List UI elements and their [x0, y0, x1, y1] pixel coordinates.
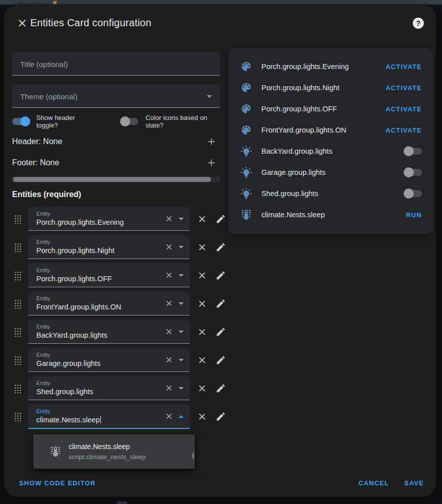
horizontal-scrollbar[interactable] — [12, 176, 220, 182]
edit-entity-pencil-icon[interactable] — [215, 298, 226, 309]
entity-toggle[interactable] — [405, 169, 422, 176]
cancel-button[interactable]: CANCEL — [358, 479, 389, 487]
drag-handle-icon[interactable] — [14, 412, 21, 421]
run-button[interactable]: RUN — [406, 211, 422, 219]
clear-value-icon[interactable] — [164, 242, 174, 251]
activate-button[interactable]: ACTIVATE — [385, 105, 422, 113]
entity-input-value: Porch.group.lights.Evening — [36, 218, 124, 226]
drag-handle-icon[interactable] — [14, 299, 21, 308]
combobox-caret-down-icon[interactable] — [179, 359, 184, 361]
entity-input-value: Shed.group.lights — [36, 388, 93, 396]
show-code-editor-button[interactable]: SHOW CODE EDITOR — [19, 479, 96, 487]
row-actions — [197, 214, 226, 224]
edit-entity-pencil-icon[interactable] — [215, 411, 226, 422]
header-row: Header: None — [12, 135, 220, 149]
edit-entity-pencil-icon[interactable] — [215, 242, 226, 253]
combobox-caret-up-icon[interactable] — [179, 415, 184, 418]
clear-value-icon[interactable] — [164, 327, 174, 336]
card-preview: Porch.group.lights.Evening ACTIVATE Porc… — [228, 48, 434, 234]
combobox-caret-down-icon[interactable] — [179, 331, 184, 333]
entity-input-trailing — [164, 235, 184, 259]
add-header-icon[interactable] — [206, 136, 217, 147]
entity-input[interactable]: Entity FrontYard.group.lights.ON — [28, 292, 190, 316]
combobox-caret-down-icon[interactable] — [179, 246, 184, 248]
combobox-caret-down-icon[interactable] — [179, 218, 184, 220]
activate-button[interactable]: ACTIVATE — [385, 63, 422, 71]
entity-input-value: BackYard.group.lights — [36, 331, 107, 339]
row-actions — [197, 242, 226, 253]
edit-entity-pencil-icon[interactable] — [215, 355, 226, 365]
theme-select[interactable]: Theme (optional) — [12, 85, 220, 108]
save-button[interactable]: SAVE — [404, 479, 424, 487]
clear-value-icon[interactable] — [164, 299, 174, 308]
activate-button[interactable]: ACTIVATE — [385, 84, 422, 92]
drag-handle-icon[interactable] — [14, 271, 21, 280]
combobox-caret-down-icon[interactable] — [179, 302, 184, 305]
clear-value-icon[interactable] — [164, 412, 174, 421]
remove-entity-icon[interactable] — [197, 214, 207, 224]
combobox-caret-down-icon[interactable] — [179, 274, 184, 277]
entity-input[interactable]: Entity Porch.group.lights.Night — [28, 235, 190, 259]
edit-entity-pencil-icon[interactable] — [215, 270, 226, 281]
suggestion-text: climate.Nests.sleep script.climate_nests… — [69, 443, 145, 461]
entities-card-config-dialog: Entities Card configuration ? Title (opt… — [4, 4, 436, 497]
entity-input[interactable]: Entity BackYard.group.lights — [28, 320, 190, 344]
entity-toggle[interactable] — [405, 148, 422, 155]
close-icon[interactable] — [16, 17, 28, 29]
suggestion-subtitle: script.climate_nests_sleep — [69, 453, 145, 461]
entity-input[interactable]: Entity Porch.group.lights.OFF — [28, 264, 190, 287]
preview-entity-name: climate.Nests.sleep — [261, 211, 406, 219]
entity-input-value: Garage.group.lights — [36, 359, 100, 367]
entity-row: Entity Porch.group.lights.Night — [12, 235, 220, 259]
edit-entity-pencil-icon[interactable] — [215, 214, 226, 224]
entity-input[interactable]: Entity Shed.group.lights — [28, 376, 190, 400]
remove-entity-icon[interactable] — [197, 270, 207, 281]
palette-icon — [240, 103, 252, 115]
scrollbar-thumb[interactable] — [13, 177, 211, 182]
entity-input-trailing — [164, 292, 184, 315]
entity-input[interactable]: Entity Porch.group.lights.Evening — [28, 207, 190, 231]
row-actions — [197, 270, 226, 281]
drag-handle-icon[interactable] — [14, 384, 21, 393]
entity-input[interactable]: Entity Garage.group.lights — [28, 348, 190, 372]
entity-suggestion-item[interactable]: climate.Nests.sleep script.climate_nests… — [33, 434, 195, 469]
entity-row: Entity climate.Nests.sleep — [12, 405, 220, 428]
remove-entity-icon[interactable] — [197, 383, 207, 394]
drag-handle-icon[interactable] — [14, 355, 21, 365]
remove-entity-icon[interactable] — [197, 242, 207, 253]
remove-entity-icon[interactable] — [197, 298, 207, 309]
show-header-toggle[interactable] — [12, 118, 29, 125]
suggestion-scrollbar[interactable] — [192, 453, 194, 459]
drag-handle-icon[interactable] — [14, 327, 21, 337]
entity-input-value: FrontYard.group.lights.ON — [36, 303, 121, 311]
entity-input[interactable]: Entity climate.Nests.sleep — [28, 405, 190, 429]
edit-entity-pencil-icon[interactable] — [215, 383, 226, 394]
entity-row: Entity Shed.group.lights — [12, 376, 220, 400]
drag-handle-icon[interactable] — [14, 242, 21, 252]
palette-icon — [240, 124, 252, 136]
activate-button[interactable]: ACTIVATE — [385, 127, 422, 134]
clear-value-icon[interactable] — [164, 214, 174, 223]
edit-entity-pencil-icon[interactable] — [215, 327, 226, 337]
color-icons-toggle[interactable] — [121, 118, 138, 125]
help-icon[interactable]: ? — [413, 18, 424, 29]
remove-entity-icon[interactable] — [197, 327, 207, 337]
remove-entity-icon[interactable] — [197, 411, 207, 422]
remove-entity-icon[interactable] — [197, 355, 207, 365]
row-actions — [197, 383, 226, 394]
combobox-caret-down-icon[interactable] — [179, 387, 184, 390]
clear-value-icon[interactable] — [164, 384, 174, 393]
clear-value-icon[interactable] — [164, 271, 174, 280]
preview-row: Porch.group.lights.Evening ACTIVATE — [240, 56, 422, 77]
toggle-thumb — [404, 146, 414, 156]
theme-select-label: Theme (optional) — [20, 92, 77, 101]
drag-handle-icon[interactable] — [14, 214, 21, 224]
clear-value-icon[interactable] — [164, 355, 174, 364]
add-footer-icon[interactable] — [206, 157, 217, 168]
toggle-thumb — [404, 188, 414, 199]
preview-entity-name: FrontYard.group.lights.ON — [261, 126, 385, 134]
title-input[interactable]: Title (optional) — [12, 52, 220, 76]
entity-input-label: Entity — [36, 239, 50, 245]
entity-toggle[interactable] — [405, 190, 422, 197]
palette-icon — [240, 60, 252, 73]
